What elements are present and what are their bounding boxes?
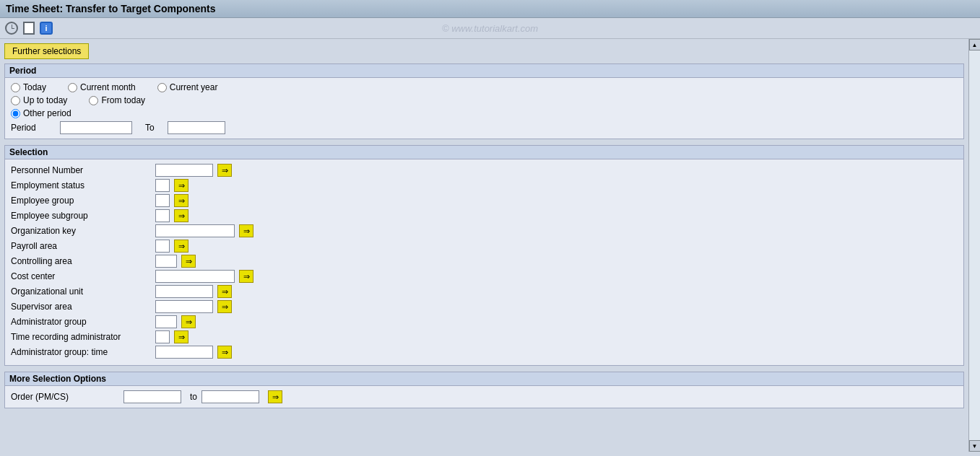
sel-input-time-recording-admin[interactable] bbox=[155, 330, 170, 343]
sel-row-employment-status: Employment status bbox=[11, 179, 958, 192]
more-sel-row-order: Order (PM/CS) to bbox=[11, 390, 958, 403]
radio-current-month[interactable]: Current month bbox=[68, 82, 136, 92]
sel-arrow-employee-subgroup[interactable] bbox=[174, 209, 188, 222]
radio-today[interactable]: Today bbox=[11, 82, 46, 92]
sel-row-admin-group-time: Administrator group: time bbox=[11, 346, 958, 359]
sel-row-cost-center: Cost center bbox=[11, 270, 958, 283]
sel-input-administrator-group[interactable] bbox=[155, 315, 177, 328]
radio-today-input[interactable] bbox=[11, 83, 20, 92]
sel-row-personnel-number: Personnel Number bbox=[11, 164, 958, 177]
copy-icon[interactable] bbox=[22, 21, 36, 35]
page-title: Time Sheet: Transfer to Target Component… bbox=[6, 3, 215, 14]
content-area: Further selections Period Today Current … bbox=[0, 39, 968, 452]
sel-input-employment-status[interactable] bbox=[155, 179, 170, 192]
period-row-3: Other period bbox=[11, 108, 958, 118]
sel-arrow-time-recording-admin[interactable] bbox=[174, 330, 188, 343]
sel-row-employee-group: Employee group bbox=[11, 194, 958, 207]
radio-up-to-today-label: Up to today bbox=[23, 95, 67, 105]
sel-label-controlling-area: Controlling area bbox=[11, 256, 155, 266]
sel-label-organization-key: Organization key bbox=[11, 226, 155, 236]
sel-input-employee-subgroup[interactable] bbox=[155, 209, 170, 222]
more-sel-input-order-from[interactable] bbox=[123, 390, 181, 403]
sel-row-organizational-unit: Organizational unit bbox=[11, 285, 958, 298]
more-sel-label-order: Order (PM/CS) bbox=[11, 392, 119, 402]
period-to-label: To bbox=[145, 123, 155, 133]
watermark: © www.tutorialkart.com bbox=[442, 23, 538, 34]
sel-label-employee-subgroup: Employee subgroup bbox=[11, 211, 155, 221]
radio-current-month-input[interactable] bbox=[68, 83, 77, 92]
period-from-label: Period bbox=[11, 123, 54, 133]
selection-section-header: Selection bbox=[5, 146, 963, 159]
sel-label-cost-center: Cost center bbox=[11, 271, 155, 281]
more-selection-section-body: Order (PM/CS) to bbox=[5, 386, 963, 408]
sel-label-personnel-number: Personnel Number bbox=[11, 165, 155, 175]
sel-input-controlling-area[interactable] bbox=[155, 255, 177, 268]
radio-up-to-today-input[interactable] bbox=[11, 96, 20, 105]
period-row-1: Today Current month Current year bbox=[11, 82, 958, 92]
selection-section: Selection Personnel Number Employment st… bbox=[4, 145, 964, 366]
period-section-header: Period bbox=[5, 64, 963, 78]
radio-other-period-input[interactable] bbox=[11, 109, 20, 118]
more-sel-arrow-order[interactable] bbox=[268, 390, 282, 403]
sel-row-time-recording-admin: Time recording administrator bbox=[11, 330, 958, 343]
sel-input-supervisor-area[interactable] bbox=[155, 300, 213, 313]
sel-row-payroll-area: Payroll area bbox=[11, 240, 958, 253]
scroll-track[interactable] bbox=[969, 51, 981, 440]
toolbar: i © www.tutorialkart.com bbox=[0, 18, 980, 39]
info-icon[interactable]: i bbox=[39, 21, 53, 35]
sel-label-administrator-group: Administrator group bbox=[11, 317, 155, 327]
radio-other-period[interactable]: Other period bbox=[11, 108, 71, 118]
more-selection-section-header: More Selection Options bbox=[5, 372, 963, 386]
sel-label-organizational-unit: Organizational unit bbox=[11, 286, 155, 297]
sel-label-employment-status: Employment status bbox=[11, 180, 155, 190]
sel-arrow-cost-center[interactable] bbox=[239, 270, 253, 283]
sel-arrow-organizational-unit[interactable] bbox=[217, 285, 232, 298]
sel-input-organization-key[interactable] bbox=[155, 224, 235, 237]
radio-from-today-input[interactable] bbox=[89, 96, 98, 105]
sel-label-supervisor-area: Supervisor area bbox=[11, 302, 155, 312]
sel-arrow-controlling-area[interactable] bbox=[181, 255, 196, 268]
sel-input-admin-group-time[interactable] bbox=[155, 346, 213, 359]
further-selections-button[interactable]: Further selections bbox=[4, 43, 89, 59]
sel-row-controlling-area: Controlling area bbox=[11, 255, 958, 268]
period-row-2: Up to today From today bbox=[11, 95, 958, 105]
main-content: Further selections Period Today Current … bbox=[0, 39, 980, 452]
period-input-row: Period To bbox=[11, 121, 958, 134]
period-from-input[interactable] bbox=[60, 121, 132, 134]
sel-arrow-supervisor-area[interactable] bbox=[217, 300, 232, 313]
radio-today-label: Today bbox=[23, 82, 46, 92]
scroll-up-button[interactable]: ▲ bbox=[969, 39, 981, 51]
more-sel-input-order-to[interactable] bbox=[201, 390, 259, 403]
sel-arrow-organization-key[interactable] bbox=[239, 224, 253, 237]
radio-current-year-input[interactable] bbox=[157, 83, 167, 92]
radio-current-year[interactable]: Current year bbox=[157, 82, 218, 92]
sel-arrow-administrator-group[interactable] bbox=[181, 315, 196, 328]
sel-row-administrator-group: Administrator group bbox=[11, 315, 958, 328]
scrollbar-right[interactable]: ▲ ▼ bbox=[968, 39, 980, 452]
more-selection-section: More Selection Options Order (PM/CS) to bbox=[4, 372, 964, 408]
selection-section-body: Personnel Number Employment status Emplo… bbox=[5, 159, 963, 365]
sel-input-personnel-number[interactable] bbox=[155, 164, 213, 177]
sel-arrow-admin-group-time[interactable] bbox=[217, 346, 232, 359]
sel-label-time-recording-admin: Time recording administrator bbox=[11, 332, 155, 342]
period-to-input[interactable] bbox=[168, 121, 225, 134]
radio-from-today[interactable]: From today bbox=[89, 95, 145, 105]
sel-input-payroll-area[interactable] bbox=[155, 240, 170, 253]
radio-up-to-today[interactable]: Up to today bbox=[11, 95, 67, 105]
sel-label-payroll-area: Payroll area bbox=[11, 241, 155, 251]
sel-arrow-personnel-number[interactable] bbox=[217, 164, 232, 177]
radio-other-period-label: Other period bbox=[23, 108, 71, 118]
sel-input-organizational-unit[interactable] bbox=[155, 285, 213, 298]
radio-current-month-label: Current month bbox=[80, 82, 136, 92]
scroll-down-button[interactable]: ▼ bbox=[969, 440, 981, 452]
sel-input-employee-group[interactable] bbox=[155, 194, 170, 207]
period-section: Period Today Current month Current year bbox=[4, 63, 964, 139]
sel-input-cost-center[interactable] bbox=[155, 270, 235, 283]
sel-arrow-employment-status[interactable] bbox=[174, 179, 188, 192]
sel-row-supervisor-area: Supervisor area bbox=[11, 300, 958, 313]
period-section-body: Today Current month Current year bbox=[5, 78, 963, 139]
radio-current-year-label: Current year bbox=[170, 82, 218, 92]
sel-arrow-payroll-area[interactable] bbox=[174, 240, 188, 253]
clock-icon[interactable] bbox=[4, 21, 19, 35]
sel-arrow-employee-group[interactable] bbox=[174, 194, 188, 207]
